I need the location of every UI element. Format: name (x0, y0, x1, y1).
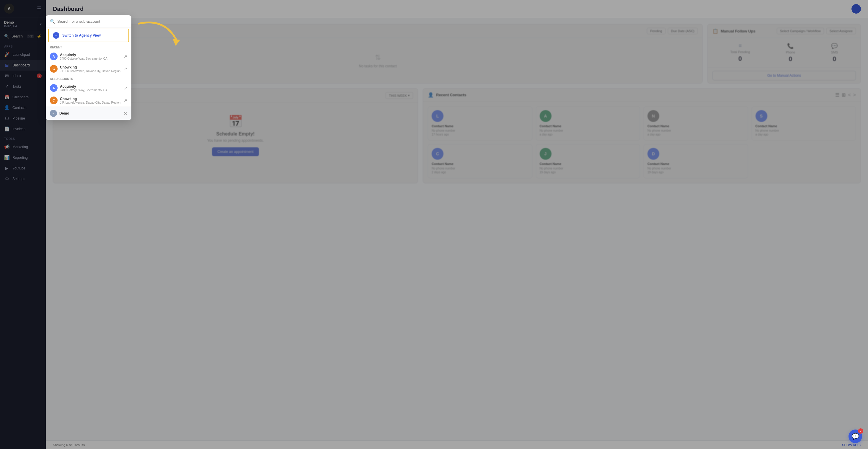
dropdown-item-left: A Acquirely 3400 Cottage Way, Sacramento… (50, 53, 107, 60)
item-arrow-icon: ↗ (124, 54, 127, 59)
item-arrow-icon: ↗ (124, 98, 127, 103)
all-item-chowking[interactable]: C Chowking J.P. Laurel Avenue, Davao Cit… (46, 94, 131, 106)
item-info: Chowking J.P. Laurel Avenue, Davao City,… (60, 97, 120, 104)
item-avatar: C (50, 97, 58, 104)
item-avatar: A (50, 53, 58, 60)
chat-badge: 2 (858, 428, 863, 434)
current-avatar: ~ (50, 110, 57, 117)
current-account-row: ~ Demo ✕ (46, 106, 131, 120)
current-account-name: Demo (59, 111, 69, 116)
dropdown-item-left: C Chowking J.P. Laurel Avenue, Davao Cit… (50, 97, 120, 104)
item-info: Acquirely 3400 Cottage Way, Sacramento, … (60, 85, 107, 92)
dropdown-search-icon: 🔍 (50, 19, 55, 24)
switch-agency-btn[interactable]: ↔ Switch to Agency View (48, 29, 129, 42)
switch-agency-label: Switch to Agency View (62, 33, 101, 37)
recent-section-label: RECENT (46, 43, 131, 50)
recent-item-chowking[interactable]: C Chowking J.P. Laurel Avenue, Davao Cit… (46, 63, 131, 75)
item-info: Chowking J.P. Laurel Avenue, Davao City,… (60, 65, 120, 73)
item-arrow-icon: ↗ (124, 66, 127, 71)
item-name: Chowking (60, 97, 120, 101)
item-name: Chowking (60, 65, 120, 69)
item-address: 3400 Cottage Way, Sacramento, CA (60, 89, 107, 92)
item-avatar: C (50, 65, 58, 73)
close-icon[interactable]: ✕ (123, 111, 127, 116)
item-address: J.P. Laurel Avenue, Davao City, Davao Re… (60, 101, 120, 104)
item-arrow-icon: ↗ (124, 86, 127, 90)
current-account-left: ~ Demo (50, 110, 69, 117)
sub-account-search-input[interactable] (57, 19, 127, 24)
chat-fab-button[interactable]: 💬 2 (848, 429, 862, 443)
all-accounts-section-label: ALL ACCOUNTS (46, 75, 131, 82)
account-dropdown: 🔍 ↔ Switch to Agency View RECENT A Acqui… (46, 15, 131, 120)
item-info: Acquirely 3400 Cottage Way, Sacramento, … (60, 53, 107, 60)
chat-icon: 💬 (852, 433, 859, 440)
item-name: Acquirely (60, 85, 107, 89)
item-address: J.P. Laurel Avenue, Davao City, Davao Re… (60, 69, 120, 73)
dropdown-item-left: A Acquirely 3400 Cottage Way, Sacramento… (50, 84, 107, 92)
item-avatar: A (50, 84, 58, 92)
dropdown-item-left: C Chowking J.P. Laurel Avenue, Davao Cit… (50, 65, 120, 73)
agency-icon: ↔ (53, 32, 59, 39)
recent-item-acquirely[interactable]: A Acquirely 3400 Cottage Way, Sacramento… (46, 50, 131, 63)
all-item-acquirely[interactable]: A Acquirely 3400 Cottage Way, Sacramento… (46, 82, 131, 94)
item-name: Acquirely (60, 53, 107, 57)
dropdown-search-row: 🔍 (46, 15, 131, 28)
item-address: 3400 Cottage Way, Sacramento, CA (60, 57, 107, 60)
